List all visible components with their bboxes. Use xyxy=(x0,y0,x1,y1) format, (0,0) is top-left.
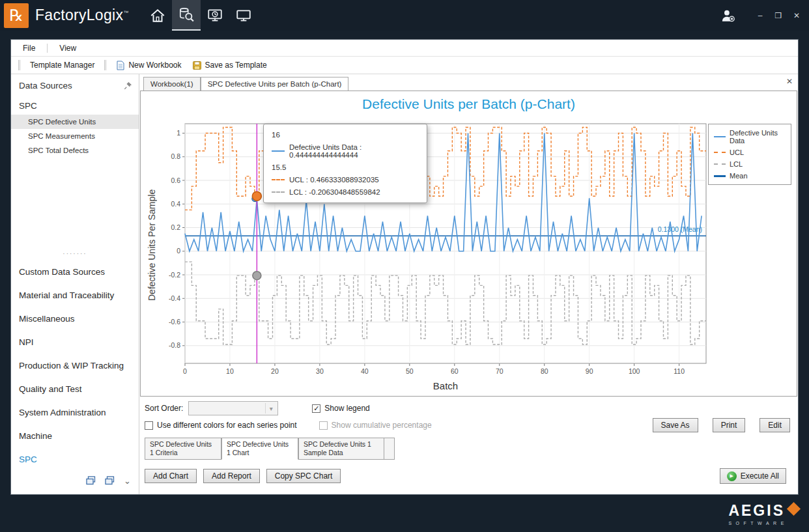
tooltip-x-value: 16 xyxy=(272,131,419,139)
subtab-sample-data[interactable]: SPC Defective Units 1 Sample Data xyxy=(298,438,384,460)
svg-text:20: 20 xyxy=(271,367,279,375)
cascade-windows-icon[interactable] xyxy=(86,476,96,485)
sort-order-row: Sort Order: ▾ ✓ Show legend xyxy=(145,400,793,417)
use-different-colors-checkbox[interactable] xyxy=(145,421,153,430)
titlebar-right: – ❒ ✕ xyxy=(719,7,809,24)
tooltip-data-text: Defective Units Data : 0.444444444444444 xyxy=(289,143,419,159)
close-button[interactable]: ✕ xyxy=(792,11,801,20)
save-as-template-button[interactable]: Save as Template xyxy=(190,59,270,72)
tab-close-icon[interactable]: ✕ xyxy=(786,77,793,86)
execute-all-button[interactable]: ▶ Execute All xyxy=(720,468,786,484)
svg-text:0: 0 xyxy=(177,247,180,255)
use-different-colors-label[interactable]: Use different colors for each series poi… xyxy=(157,421,297,430)
tooltip-ucl-text: UCL : 0.466333088932035 xyxy=(289,176,379,184)
spc-p-chart-plot[interactable]: 10.80.60.40.20-0.2-0.4-0.6-0.80102030405… xyxy=(156,117,730,388)
svg-text:-0.8: -0.8 xyxy=(169,341,180,349)
svg-text:40: 40 xyxy=(361,367,369,375)
svg-text:110: 110 xyxy=(674,367,685,375)
save-as-template-icon xyxy=(192,61,202,70)
cascade-windows-icon[interactable] xyxy=(105,476,115,485)
ucl-line-sample-icon xyxy=(272,179,285,180)
x-axis-label: Batch xyxy=(185,380,706,391)
sidebar-item-spc-measurements[interactable]: SPC Measurements xyxy=(11,129,139,143)
home-icon[interactable] xyxy=(143,0,172,31)
tooltip-lcl-text: LCL : -0.206304848559842 xyxy=(289,188,380,196)
svg-text:0: 0 xyxy=(183,367,187,375)
new-workbook-button[interactable]: New Workbook xyxy=(113,59,184,72)
add-report-button[interactable]: Add Report xyxy=(203,469,260,483)
aegis-diamond-icon xyxy=(787,501,801,515)
subtab-chart[interactable]: SPC Defective Units 1 Chart xyxy=(221,438,298,460)
menu-view[interactable]: View xyxy=(57,42,79,54)
copy-spc-chart-button[interactable]: Copy SPC Chart xyxy=(266,469,341,483)
execute-icon: ▶ xyxy=(727,471,737,481)
tooltip-ucl-row: UCL : 0.466333088932035 xyxy=(272,176,419,184)
menu-file[interactable]: File xyxy=(20,42,38,54)
sidebar-item-spc-defective-units[interactable]: SPC Defective Units xyxy=(11,115,139,129)
svg-text:0.6: 0.6 xyxy=(171,176,180,184)
group-spc-label[interactable]: SPC xyxy=(11,94,139,115)
svg-text:80: 80 xyxy=(541,367,548,375)
data-sources-title: Data Sources xyxy=(19,81,72,91)
svg-text:60: 60 xyxy=(451,367,459,375)
user-logout-icon[interactable] xyxy=(719,7,736,24)
new-workbook-icon xyxy=(116,61,125,70)
scheduler-icon[interactable] xyxy=(201,0,229,31)
legend-item-ucl: UCL xyxy=(714,148,786,156)
svg-text:100: 100 xyxy=(629,367,640,375)
category-miscellaneous[interactable]: Miscellaneous xyxy=(11,307,139,330)
legend-label: LCL xyxy=(730,160,743,168)
chart-title: Defective Units per Batch (p-Chart) xyxy=(141,96,797,112)
svg-text:10: 10 xyxy=(226,367,234,375)
maximize-button[interactable]: ❒ xyxy=(774,11,783,20)
add-chart-button[interactable]: Add Chart xyxy=(145,469,197,483)
panel-splitter-handle[interactable]: ······· xyxy=(11,251,139,260)
category-spc[interactable]: SPC xyxy=(11,447,139,471)
trademark: ™ xyxy=(123,10,128,16)
category-system-administration[interactable]: System Administration xyxy=(11,400,139,424)
chevron-down-icon: ▾ xyxy=(265,403,276,413)
sidebar-spacer xyxy=(11,158,139,251)
show-cumulative-percentage-checkbox[interactable] xyxy=(319,421,328,430)
category-production-wip-tracking[interactable]: Production & WIP Tracking xyxy=(11,354,139,377)
category-material-and-traceability[interactable]: Material and Traceability xyxy=(11,283,139,307)
save-as-button[interactable]: Save As xyxy=(653,418,698,432)
data-analytics-icon[interactable] xyxy=(172,0,201,31)
svg-text:0.4: 0.4 xyxy=(171,200,180,208)
show-legend-label[interactable]: Show legend xyxy=(324,404,369,413)
factorylogix-logo-icon: ℞ xyxy=(4,3,29,28)
tab-spc-defective-units-chart[interactable]: SPC Defective Units per Batch (p-Chart) xyxy=(201,77,349,91)
svg-text:90: 90 xyxy=(586,367,593,375)
sort-order-label: Sort Order: xyxy=(145,404,183,413)
monitor-icon[interactable] xyxy=(229,0,258,31)
category-custom-data-sources[interactable]: Custom Data Sources xyxy=(11,260,139,283)
template-manager-label: Template Manager xyxy=(30,61,94,70)
template-manager-button[interactable]: Template Manager xyxy=(27,59,97,71)
tab-workbook[interactable]: Workbook(1) xyxy=(143,77,201,91)
chart-container: Defective Units per Batch (p-Chart) Defe… xyxy=(140,91,797,397)
lcl-line-sample-icon xyxy=(714,163,726,165)
svg-text:30: 30 xyxy=(316,367,324,375)
edit-button[interactable]: Edit xyxy=(759,418,790,432)
category-npi[interactable]: NPI xyxy=(11,330,139,354)
category-quality-and-test[interactable]: Quality and Test xyxy=(11,377,139,400)
subtab-stub xyxy=(384,438,395,460)
sidebar-item-spc-total-defects[interactable]: SPC Total Defects xyxy=(11,143,139,158)
document-tab-strip: Workbook(1) SPC Defective Units per Batc… xyxy=(139,74,798,91)
subtab-criteria[interactable]: SPC Defective Units 1 Criteria xyxy=(145,438,221,460)
aegis-software-text: SOFTWARE xyxy=(728,521,788,525)
ucl-line-sample-icon xyxy=(714,152,726,153)
print-button[interactable]: Print xyxy=(713,418,746,432)
content-area: Data Sources SPC SPC Defective Units SPC… xyxy=(11,74,798,494)
chevron-down-icon[interactable]: ⌄ xyxy=(124,476,131,486)
app-footer: AEGIS SOFTWARE xyxy=(0,495,809,532)
category-machine[interactable]: Machine xyxy=(11,424,139,447)
show-cumulative-percentage-label: Show cumulative percentage xyxy=(332,421,432,430)
tooltip-x2-value: 15.5 xyxy=(272,163,419,171)
pin-icon[interactable] xyxy=(124,81,132,90)
sort-order-select[interactable]: ▾ xyxy=(188,401,278,415)
chart-legend: Defective Units Data UCL LCL Mean xyxy=(708,124,791,185)
minimize-button[interactable]: – xyxy=(756,11,765,20)
menu-separator xyxy=(47,44,48,53)
show-legend-checkbox[interactable]: ✓ xyxy=(312,404,320,413)
